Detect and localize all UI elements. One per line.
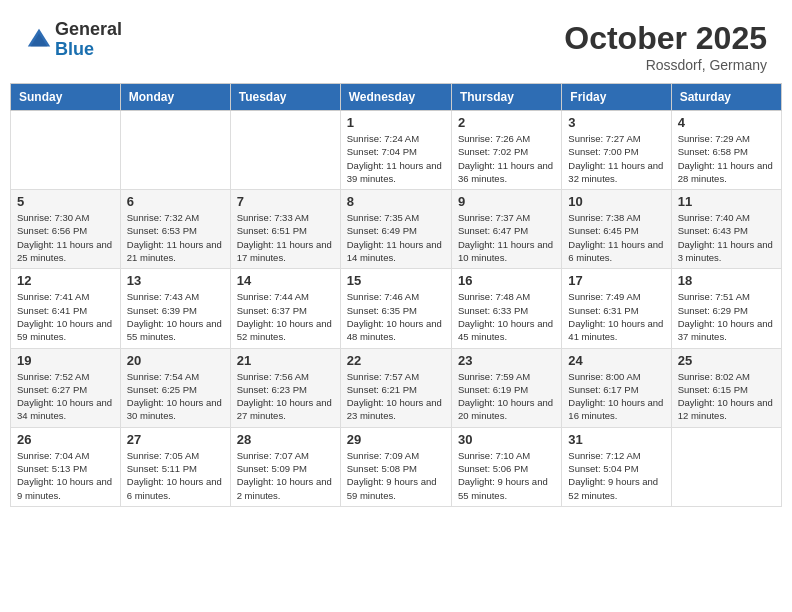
day-info: Sunrise: 7:41 AM Sunset: 6:41 PM Dayligh… <box>17 290 114 343</box>
calendar-cell: 8Sunrise: 7:35 AM Sunset: 6:49 PM Daylig… <box>340 190 451 269</box>
day-info: Sunrise: 7:33 AM Sunset: 6:51 PM Dayligh… <box>237 211 334 264</box>
calendar-week-row: 26Sunrise: 7:04 AM Sunset: 5:13 PM Dayli… <box>11 427 782 506</box>
weekday-header: Wednesday <box>340 84 451 111</box>
calendar-cell: 13Sunrise: 7:43 AM Sunset: 6:39 PM Dayli… <box>120 269 230 348</box>
day-number: 30 <box>458 432 555 447</box>
calendar-cell: 16Sunrise: 7:48 AM Sunset: 6:33 PM Dayli… <box>451 269 561 348</box>
day-info: Sunrise: 7:24 AM Sunset: 7:04 PM Dayligh… <box>347 132 445 185</box>
month-title: October 2025 <box>564 20 767 57</box>
day-info: Sunrise: 7:12 AM Sunset: 5:04 PM Dayligh… <box>568 449 664 502</box>
day-info: Sunrise: 7:59 AM Sunset: 6:19 PM Dayligh… <box>458 370 555 423</box>
calendar-cell: 29Sunrise: 7:09 AM Sunset: 5:08 PM Dayli… <box>340 427 451 506</box>
logo-general: General <box>55 20 122 40</box>
weekday-header: Monday <box>120 84 230 111</box>
day-number: 11 <box>678 194 775 209</box>
day-info: Sunrise: 8:00 AM Sunset: 6:17 PM Dayligh… <box>568 370 664 423</box>
day-number: 1 <box>347 115 445 130</box>
day-number: 20 <box>127 353 224 368</box>
day-info: Sunrise: 7:10 AM Sunset: 5:06 PM Dayligh… <box>458 449 555 502</box>
day-number: 10 <box>568 194 664 209</box>
day-number: 28 <box>237 432 334 447</box>
day-info: Sunrise: 7:30 AM Sunset: 6:56 PM Dayligh… <box>17 211 114 264</box>
day-number: 9 <box>458 194 555 209</box>
weekday-header: Tuesday <box>230 84 340 111</box>
calendar-cell: 18Sunrise: 7:51 AM Sunset: 6:29 PM Dayli… <box>671 269 781 348</box>
day-info: Sunrise: 7:44 AM Sunset: 6:37 PM Dayligh… <box>237 290 334 343</box>
day-info: Sunrise: 7:56 AM Sunset: 6:23 PM Dayligh… <box>237 370 334 423</box>
day-number: 18 <box>678 273 775 288</box>
weekday-header-row: SundayMondayTuesdayWednesdayThursdayFrid… <box>11 84 782 111</box>
calendar-cell: 20Sunrise: 7:54 AM Sunset: 6:25 PM Dayli… <box>120 348 230 427</box>
logo-blue: Blue <box>55 40 122 60</box>
calendar-cell: 15Sunrise: 7:46 AM Sunset: 6:35 PM Dayli… <box>340 269 451 348</box>
day-info: Sunrise: 7:29 AM Sunset: 6:58 PM Dayligh… <box>678 132 775 185</box>
calendar-cell <box>671 427 781 506</box>
calendar-cell: 6Sunrise: 7:32 AM Sunset: 6:53 PM Daylig… <box>120 190 230 269</box>
calendar-table: SundayMondayTuesdayWednesdayThursdayFrid… <box>10 83 782 507</box>
weekday-header: Sunday <box>11 84 121 111</box>
calendar-cell <box>120 111 230 190</box>
day-info: Sunrise: 7:49 AM Sunset: 6:31 PM Dayligh… <box>568 290 664 343</box>
weekday-header: Thursday <box>451 84 561 111</box>
day-number: 5 <box>17 194 114 209</box>
logo-icon <box>25 26 53 54</box>
calendar-cell: 12Sunrise: 7:41 AM Sunset: 6:41 PM Dayli… <box>11 269 121 348</box>
day-info: Sunrise: 7:37 AM Sunset: 6:47 PM Dayligh… <box>458 211 555 264</box>
day-number: 4 <box>678 115 775 130</box>
day-number: 23 <box>458 353 555 368</box>
day-info: Sunrise: 7:05 AM Sunset: 5:11 PM Dayligh… <box>127 449 224 502</box>
day-number: 26 <box>17 432 114 447</box>
calendar-cell: 21Sunrise: 7:56 AM Sunset: 6:23 PM Dayli… <box>230 348 340 427</box>
calendar-cell: 9Sunrise: 7:37 AM Sunset: 6:47 PM Daylig… <box>451 190 561 269</box>
day-info: Sunrise: 7:26 AM Sunset: 7:02 PM Dayligh… <box>458 132 555 185</box>
calendar-week-row: 1Sunrise: 7:24 AM Sunset: 7:04 PM Daylig… <box>11 111 782 190</box>
day-number: 19 <box>17 353 114 368</box>
page-header: General Blue October 2025 Rossdorf, Germ… <box>10 10 782 78</box>
day-info: Sunrise: 7:35 AM Sunset: 6:49 PM Dayligh… <box>347 211 445 264</box>
calendar-cell: 5Sunrise: 7:30 AM Sunset: 6:56 PM Daylig… <box>11 190 121 269</box>
day-info: Sunrise: 7:38 AM Sunset: 6:45 PM Dayligh… <box>568 211 664 264</box>
day-number: 2 <box>458 115 555 130</box>
day-number: 31 <box>568 432 664 447</box>
calendar-cell: 3Sunrise: 7:27 AM Sunset: 7:00 PM Daylig… <box>562 111 671 190</box>
weekday-header: Friday <box>562 84 671 111</box>
location: Rossdorf, Germany <box>564 57 767 73</box>
day-info: Sunrise: 7:48 AM Sunset: 6:33 PM Dayligh… <box>458 290 555 343</box>
weekday-header: Saturday <box>671 84 781 111</box>
day-number: 25 <box>678 353 775 368</box>
day-info: Sunrise: 7:04 AM Sunset: 5:13 PM Dayligh… <box>17 449 114 502</box>
day-info: Sunrise: 7:40 AM Sunset: 6:43 PM Dayligh… <box>678 211 775 264</box>
title-section: October 2025 Rossdorf, Germany <box>564 20 767 73</box>
day-number: 27 <box>127 432 224 447</box>
calendar-cell <box>11 111 121 190</box>
day-number: 24 <box>568 353 664 368</box>
day-info: Sunrise: 7:51 AM Sunset: 6:29 PM Dayligh… <box>678 290 775 343</box>
calendar-cell: 11Sunrise: 7:40 AM Sunset: 6:43 PM Dayli… <box>671 190 781 269</box>
calendar-week-row: 12Sunrise: 7:41 AM Sunset: 6:41 PM Dayli… <box>11 269 782 348</box>
calendar-cell: 4Sunrise: 7:29 AM Sunset: 6:58 PM Daylig… <box>671 111 781 190</box>
day-number: 22 <box>347 353 445 368</box>
calendar-cell: 23Sunrise: 7:59 AM Sunset: 6:19 PM Dayli… <box>451 348 561 427</box>
calendar-cell: 14Sunrise: 7:44 AM Sunset: 6:37 PM Dayli… <box>230 269 340 348</box>
calendar-cell: 28Sunrise: 7:07 AM Sunset: 5:09 PM Dayli… <box>230 427 340 506</box>
calendar-cell: 19Sunrise: 7:52 AM Sunset: 6:27 PM Dayli… <box>11 348 121 427</box>
day-info: Sunrise: 7:46 AM Sunset: 6:35 PM Dayligh… <box>347 290 445 343</box>
day-info: Sunrise: 7:27 AM Sunset: 7:00 PM Dayligh… <box>568 132 664 185</box>
day-info: Sunrise: 7:57 AM Sunset: 6:21 PM Dayligh… <box>347 370 445 423</box>
calendar-cell: 27Sunrise: 7:05 AM Sunset: 5:11 PM Dayli… <box>120 427 230 506</box>
logo-text: General Blue <box>55 20 122 60</box>
calendar-cell: 17Sunrise: 7:49 AM Sunset: 6:31 PM Dayli… <box>562 269 671 348</box>
day-info: Sunrise: 8:02 AM Sunset: 6:15 PM Dayligh… <box>678 370 775 423</box>
calendar-cell: 31Sunrise: 7:12 AM Sunset: 5:04 PM Dayli… <box>562 427 671 506</box>
calendar-cell: 2Sunrise: 7:26 AM Sunset: 7:02 PM Daylig… <box>451 111 561 190</box>
day-number: 21 <box>237 353 334 368</box>
day-number: 14 <box>237 273 334 288</box>
day-info: Sunrise: 7:09 AM Sunset: 5:08 PM Dayligh… <box>347 449 445 502</box>
calendar-week-row: 5Sunrise: 7:30 AM Sunset: 6:56 PM Daylig… <box>11 190 782 269</box>
day-number: 6 <box>127 194 224 209</box>
day-info: Sunrise: 7:32 AM Sunset: 6:53 PM Dayligh… <box>127 211 224 264</box>
calendar-cell: 25Sunrise: 8:02 AM Sunset: 6:15 PM Dayli… <box>671 348 781 427</box>
day-number: 8 <box>347 194 445 209</box>
calendar-cell <box>230 111 340 190</box>
day-number: 3 <box>568 115 664 130</box>
